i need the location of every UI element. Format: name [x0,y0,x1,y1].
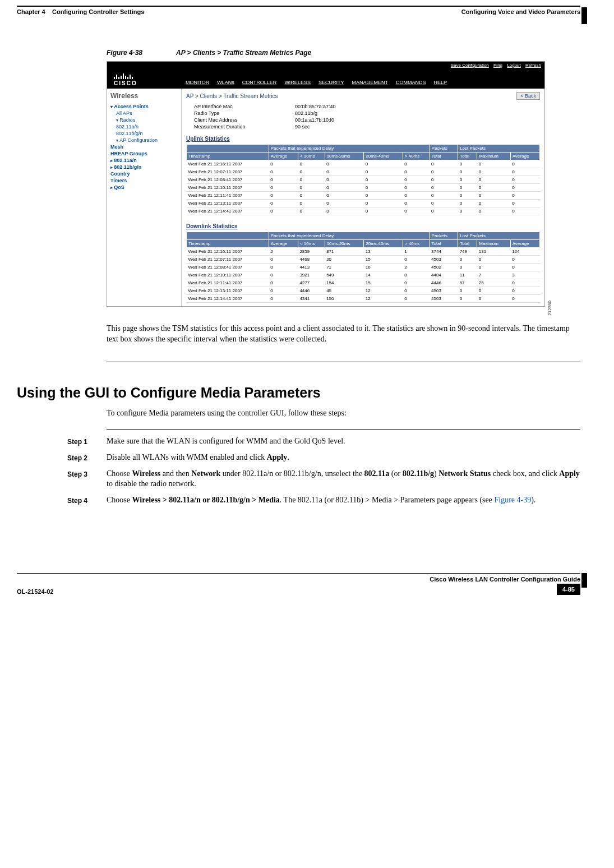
intro-text: To configure Media parameters using the … [107,409,580,418]
table-row: Wed Feb 21 12:16:11 2007000000000 [187,160,540,168]
cisco-logo: CISCO [107,70,186,89]
page-footer: OL-21524-02 Cisco Wireless LAN Controlle… [17,573,580,595]
col-header: < 10ms [298,240,325,248]
sidebar-item[interactable]: AP Configuration [110,137,178,144]
steps-list: Step 1Make sure that the WLAN is configu… [17,436,580,506]
bold-text: Wireless [132,469,161,478]
bold-text: Apply [559,469,580,478]
text: . [287,453,289,461]
info-value: 00:1a:a1:7b:10:f0 [295,117,334,123]
text: Choose [107,469,132,478]
menu-management[interactable]: MANAGEMENT [352,80,388,85]
step-label: Step 4 [67,495,96,506]
menu-help[interactable]: HELP [433,80,447,85]
step-label: Step 2 [67,453,96,463]
save-config-link[interactable]: Save Configuration [451,63,489,68]
text: to disable the radio network. [107,479,196,488]
text: (or [389,469,402,478]
sidebar-item[interactable]: QoS [110,184,178,191]
sidebar-item[interactable]: Country [110,170,178,177]
col-header: Average [269,240,298,248]
sidebar-item[interactable]: 802.11b/g/n [110,130,178,137]
menu-monitor[interactable]: MONITOR [186,80,209,85]
table-row: Wed Feb 21 12:14:41 20070434115012045030… [187,295,540,303]
menu-wireless[interactable]: WIRELESS [284,80,311,85]
table-row: Wed Feb 21 12:11:41 2007000000000 [187,192,540,200]
header-marker [581,7,587,24]
step-row: Step 2Disable all WLANs with WMM enabled… [67,453,580,463]
col-header: 20ms-40ms [364,153,403,160]
step-label: Step 1 [67,436,96,447]
refresh-link[interactable]: Refresh [525,63,541,68]
info-label: Radio Type [194,110,273,116]
info-label: AP Interface Mac [194,104,273,109]
sidebar-item[interactable]: Radios [110,117,178,123]
col-header: 10ms-20ms [325,240,364,248]
info-value: 00:0b:85:7a:a7:40 [295,104,336,109]
text: under 802.11a/n or 802.11b/g/n, unselect… [220,469,364,478]
step-body: Choose Wireless > 802.11a/n or 802.11b/g… [107,495,535,506]
step-row: Step 3Choose Wireless and then Network u… [67,469,580,490]
uplink-title: Uplink Statistics [186,136,540,142]
info-value: 90 sec [295,124,310,130]
info-label: Measurement Duration [194,124,273,130]
table-row: Wed Feb 21 12:10:11 20070392154914044841… [187,271,540,279]
menu-wlans[interactable]: WLANs [217,80,234,85]
menu-commands[interactable]: COMMANDS [396,80,426,85]
step-row: Step 4Choose Wireless > 802.11a/n or 802… [67,495,580,506]
figure-caption: Figure 4-38AP > Clients > Traffic Stream… [107,49,580,57]
top-actions: Save Configuration Ping Logout Refresh [447,63,541,68]
text: check box, and click [491,469,559,478]
sidebar-item[interactable]: Access Points [110,103,178,110]
back-button[interactable]: < Back [516,92,540,100]
downlink-table: Packets that experienced DelayPacketsLos… [186,232,540,303]
step-body: Make sure that the WLAN is configured fo… [107,436,345,447]
sidebar-item[interactable]: All APs [110,110,178,117]
bold-text: 802.11b/g [403,469,434,478]
xref-link[interactable]: Figure 4-39 [494,496,531,504]
col-header: Average [510,153,539,160]
bold-text: Network Status [438,469,491,478]
chapter-label: Chapter 4 [17,8,45,15]
figure-description: This page shows the TSM statistics for t… [107,324,580,345]
uplink-table: Packets that experienced DelayPacketsLos… [186,144,540,215]
col-header: Average [269,153,298,160]
bold-text: Apply [267,453,288,461]
table-row: Wed Feb 21 12:13:11 2007000000000 [187,200,540,207]
step-body: Disable all WLANs with WMM enabled and c… [107,453,289,463]
logo-text: CISCO [114,80,137,86]
text: ). [531,496,535,504]
col-header: 20ms-40ms [364,240,403,248]
ping-link[interactable]: Ping [493,63,502,68]
col-header: < 10ms [298,153,325,160]
sidebar-item[interactable]: HREAP Groups [110,150,178,157]
sidebar: Wireless Access PointsAll APsRadios802.1… [107,89,182,306]
logout-link[interactable]: Logout [507,63,520,68]
table-row: Wed Feb 21 12:11:41 20070427715415044465… [187,279,540,287]
sidebar-item[interactable]: 802.11b/g/n [110,164,178,170]
section-heading: Using the GUI to Configure Media Paramet… [17,385,580,401]
figure-title: AP > Clients > Traffic Stream Metrics Pa… [176,49,311,57]
doc-title: Cisco Wireless LAN Controller Configurat… [430,576,580,583]
col-header: Total [430,153,458,160]
controller-screenshot: Save Configuration Ping Logout Refresh C… [107,61,545,307]
info-label: Client Mac Address [194,117,273,123]
col-header: Timestamp [187,240,269,248]
table-row: Wed Feb 21 12:13:11 20070444645120450300… [187,287,540,295]
menu-controller[interactable]: CONTROLLER [242,80,277,85]
text: and then [160,469,191,478]
sidebar-item[interactable]: Mesh [110,144,178,150]
table-row: Wed Feb 21 12:16:11 20072285987113137447… [187,248,540,256]
col-header: Maximum [477,240,510,248]
sidebar-item[interactable]: 802.11a/n [110,123,178,130]
menu-security[interactable]: SECURITY [318,80,344,85]
sidebar-item[interactable]: Timers [110,177,178,184]
text: Disable all WLANs with WMM enabled and c… [107,453,267,461]
info-panel: AP Interface Mac00:0b:85:7a:a7:40Radio T… [194,103,540,130]
col-header: Total [458,153,477,160]
col-header: Timestamp [187,153,269,160]
footer-marker [581,573,587,588]
sidebar-item[interactable]: 802.11a/n [110,157,178,164]
page-number: 4-85 [557,584,580,595]
col-header: Total [458,240,477,248]
